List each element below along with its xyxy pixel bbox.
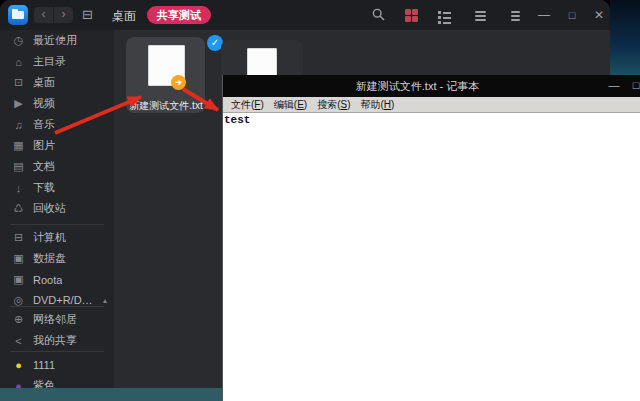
search-icon[interactable] xyxy=(370,8,386,23)
file-manager-titlebar[interactable]: ‹ › ⊟ 桌面 共享测试 — □ ✕ xyxy=(0,0,610,30)
music-icon: ♫ xyxy=(12,119,25,131)
sidebar-item-roota[interactable]: ▣ Roota xyxy=(0,269,114,290)
list-view-icon[interactable] xyxy=(438,8,454,23)
sidebar: ◷ 最近使用 ⌂ 主目录 ⊡ 桌面 ▶ 视频 ♫ 音乐 xyxy=(0,30,114,388)
detail-glyph xyxy=(472,8,488,21)
sidebar-item-desktop[interactable]: ⊡ 桌面 xyxy=(0,72,114,93)
tag-dot-yellow-icon: ● xyxy=(12,359,25,371)
sidebar-item-label: 计算机 xyxy=(33,230,66,245)
file-manager-app-icon xyxy=(8,5,28,25)
minimize-button[interactable]: — xyxy=(536,8,552,23)
sidebar-item-computer[interactable]: ⊟ 计算机 xyxy=(0,227,114,248)
computer-icon: ⊟ xyxy=(12,231,25,244)
menu-item-search[interactable]: 搜索(S) xyxy=(312,98,355,112)
computer-icon[interactable]: ⊟ xyxy=(82,7,93,22)
share-emblem-icon: ➔ xyxy=(171,75,186,90)
sidebar-item-label: Roota xyxy=(33,274,62,286)
notepad-text-area[interactable]: test xyxy=(223,113,640,401)
sidebar-item-label: 主目录 xyxy=(33,54,66,69)
menu-accelerator: E xyxy=(297,99,304,110)
taskbar[interactable] xyxy=(0,388,222,401)
sidebar-item-label: 桌面 xyxy=(33,75,55,90)
disk-icon: ▣ xyxy=(12,252,25,265)
sidebar-group-tags: ● 1111 ● 紫色 xyxy=(0,354,114,388)
file-label: 新建测试文件.txt xyxy=(121,99,211,113)
menu-label-pre: 编辑( xyxy=(274,99,297,110)
menu-icon[interactable] xyxy=(507,8,523,23)
clock-icon: ◷ xyxy=(12,34,25,47)
sidebar-item-downloads[interactable]: ↓ 下载 xyxy=(0,177,114,198)
sidebar-item-label: 文档 xyxy=(33,159,55,174)
sidebar-item-label: 网络邻居 xyxy=(33,312,77,327)
sidebar-item-videos[interactable]: ▶ 视频 xyxy=(0,93,114,114)
download-icon: ↓ xyxy=(12,182,25,194)
sidebar-item-tag-1111[interactable]: ● 1111 xyxy=(0,354,114,375)
close-button[interactable]: ✕ xyxy=(591,8,607,23)
active-tab-share-test[interactable]: 共享测试 xyxy=(147,6,211,24)
disk-icon: ▣ xyxy=(12,273,25,286)
sidebar-group-places: ◷ 最近使用 ⌂ 主目录 ⊡ 桌面 ▶ 视频 ♫ 音乐 xyxy=(0,30,114,219)
sidebar-separator xyxy=(10,351,104,352)
sidebar-item-label: 1111 xyxy=(33,359,55,371)
eject-icon[interactable]: ▴ xyxy=(103,296,107,305)
sidebar-item-documents[interactable]: ▤ 文档 xyxy=(0,156,114,177)
sidebar-item-home[interactable]: ⌂ 主目录 xyxy=(0,51,114,72)
sidebar-item-music[interactable]: ♫ 音乐 xyxy=(0,114,114,135)
menu-label-pre: 文件( xyxy=(231,99,254,110)
sidebar-item-recent[interactable]: ◷ 最近使用 xyxy=(0,30,114,51)
hamburger-glyph xyxy=(507,8,523,21)
back-button[interactable]: ‹ xyxy=(34,7,53,23)
sidebar-group-network: ⊕ 网络邻居 < 我的共享 xyxy=(0,309,114,351)
list-glyph xyxy=(438,8,454,24)
forward-button[interactable]: › xyxy=(54,7,73,23)
sidebar-item-network[interactable]: ⊕ 网络邻居 xyxy=(0,309,114,330)
menu-label-post: ) xyxy=(347,99,350,110)
notepad-title: 新建测试文件.txt - 记事本 xyxy=(223,75,612,97)
menu-label-post: ) xyxy=(304,99,307,110)
menu-label-post: ) xyxy=(391,99,394,110)
menu-label-pre: 搜索( xyxy=(317,99,340,110)
sidebar-item-label: 最近使用 xyxy=(33,33,77,48)
grid-glyph xyxy=(404,8,420,22)
share-icon: < xyxy=(12,335,25,347)
notepad-minimize-button[interactable]: — xyxy=(607,75,621,97)
file-tile-selected[interactable]: ➔ 新建测试文件.txt ✓ xyxy=(126,37,205,113)
sidebar-item-label: 视频 xyxy=(33,96,55,111)
menu-accelerator: H xyxy=(384,99,391,110)
trash-icon: ♺ xyxy=(12,202,25,215)
icon-view-icon[interactable] xyxy=(404,8,420,23)
sidebar-item-label: 回收站 xyxy=(33,201,66,216)
menu-item-edit[interactable]: 编辑(E) xyxy=(269,98,312,112)
notepad-maximize-button[interactable]: □ xyxy=(629,75,640,97)
notepad-menubar: 文件(F) 编辑(E) 搜索(S) 帮助(H) xyxy=(223,97,640,113)
sidebar-item-label: 下载 xyxy=(33,180,55,195)
maximize-button[interactable]: □ xyxy=(564,8,580,23)
menu-label-pre: 帮助( xyxy=(361,99,384,110)
sidebar-item-label: 音乐 xyxy=(33,117,55,132)
sidebar-separator xyxy=(10,306,104,307)
sidebar-separator xyxy=(10,224,104,225)
sidebar-item-label: 数据盘 xyxy=(33,251,66,266)
sidebar-item-my-shares[interactable]: < 我的共享 xyxy=(0,330,114,351)
menu-item-file[interactable]: 文件(F) xyxy=(226,98,269,112)
sidebar-item-label: 图片 xyxy=(33,138,55,153)
sidebar-group-devices: ⊟ 计算机 ▣ 数据盘 ▣ Roota ◎ DVD+R/DL 驱… ▴ xyxy=(0,227,114,311)
sidebar-item-data-disk[interactable]: ▣ 数据盘 xyxy=(0,248,114,269)
detail-view-icon[interactable] xyxy=(472,8,488,23)
home-icon: ⌂ xyxy=(12,56,25,68)
tag-dot-purple-icon: ● xyxy=(12,380,25,389)
network-icon: ⊕ xyxy=(12,313,25,326)
desktop-icon: ⊡ xyxy=(12,76,25,89)
menu-label-post: ) xyxy=(260,99,263,110)
sidebar-item-dvd[interactable]: ◎ DVD+R/DL 驱… ▴ xyxy=(0,290,114,311)
notepad-titlebar[interactable]: 新建测试文件.txt - 记事本 — □ xyxy=(223,75,640,97)
sidebar-item-pictures[interactable]: ▦ 图片 xyxy=(0,135,114,156)
notepad-window: 新建测试文件.txt - 记事本 — □ 文件(F) 编辑(E) 搜索(S) 帮… xyxy=(222,75,640,401)
menu-item-help[interactable]: 帮助(H) xyxy=(356,98,400,112)
breadcrumb[interactable]: 桌面 xyxy=(112,8,136,25)
sidebar-item-trash[interactable]: ♺ 回收站 xyxy=(0,198,114,219)
picture-icon: ▦ xyxy=(12,139,25,152)
sidebar-item-tag-purple[interactable]: ● 紫色 xyxy=(0,375,114,388)
document-icon: ▤ xyxy=(12,160,25,173)
video-icon: ▶ xyxy=(12,97,25,110)
